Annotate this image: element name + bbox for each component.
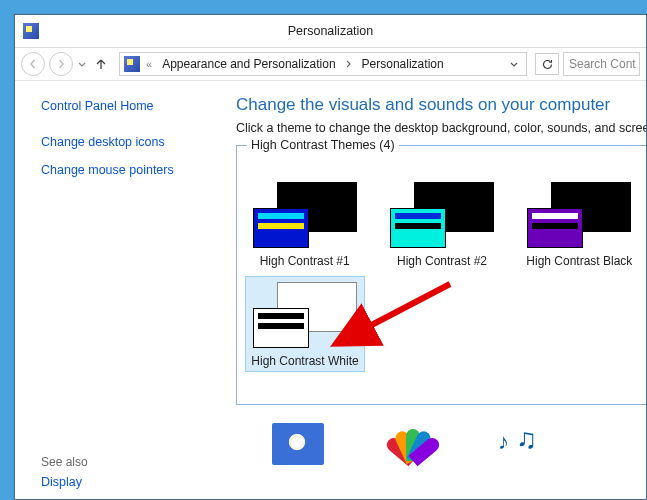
- chevron-right-icon: [344, 58, 354, 70]
- sounds-icon[interactable]: ♪ ♫: [496, 423, 548, 465]
- sidebar-link-display[interactable]: Display: [41, 475, 206, 489]
- page-subtitle: Click a theme to change the desktop back…: [236, 121, 646, 135]
- breadcrumb-appearance[interactable]: Appearance and Personalization: [158, 55, 339, 73]
- arrow-right-icon: [56, 59, 66, 69]
- high-contrast-themes-group: High Contrast Themes (4) High Contrast #…: [236, 145, 646, 405]
- arrow-left-icon: [28, 59, 38, 69]
- theme-high-contrast-white[interactable]: High Contrast White: [245, 276, 365, 372]
- theme-label: High Contrast Black: [526, 254, 632, 268]
- navigation-toolbar: « Appearance and Personalization Persona…: [15, 48, 646, 81]
- sidebar: Control Panel Home Change desktop icons …: [15, 81, 220, 499]
- sidebar-home-link[interactable]: Control Panel Home: [41, 99, 206, 113]
- theme-thumbnail: [390, 182, 494, 248]
- group-label: High Contrast Themes (4): [247, 138, 399, 152]
- theme-label: High Contrast White: [251, 354, 358, 368]
- desktop-background-icon[interactable]: [272, 423, 324, 465]
- theme-thumbnail: [253, 182, 357, 248]
- search-placeholder: Search Cont: [569, 57, 636, 71]
- address-bar[interactable]: « Appearance and Personalization Persona…: [119, 52, 527, 76]
- theme-thumbnail: [527, 182, 631, 248]
- theme-row-2: High Contrast White: [245, 276, 639, 372]
- control-panel-icon: [124, 56, 140, 72]
- theme-high-contrast-1[interactable]: High Contrast #1: [245, 176, 364, 272]
- sidebar-see-also-heading: See also: [41, 455, 206, 469]
- refresh-icon: [541, 58, 554, 71]
- address-dropdown[interactable]: [506, 59, 522, 70]
- window-title: Personalization: [288, 24, 373, 38]
- color-icon[interactable]: [384, 423, 436, 465]
- search-input[interactable]: Search Cont: [563, 52, 640, 76]
- forward-button[interactable]: [49, 52, 73, 76]
- theme-thumbnail: [253, 282, 357, 348]
- theme-high-contrast-2[interactable]: High Contrast #2: [382, 176, 501, 272]
- up-button[interactable]: [91, 54, 111, 74]
- back-button[interactable]: [21, 52, 45, 76]
- sidebar-link-mouse-pointers[interactable]: Change mouse pointers: [41, 163, 206, 177]
- theme-high-contrast-black[interactable]: High Contrast Black: [520, 176, 639, 272]
- personalization-app-icon: [23, 23, 39, 39]
- recent-locations-dropdown[interactable]: [77, 59, 87, 70]
- page-title: Change the visuals and sounds on your co…: [236, 95, 646, 115]
- chevron-down-icon: [78, 62, 86, 68]
- theme-label: High Contrast #1: [260, 254, 350, 268]
- chevron-down-icon: [510, 62, 518, 68]
- content-pane: Change the visuals and sounds on your co…: [220, 81, 646, 499]
- breadcrumb-personalization[interactable]: Personalization: [358, 55, 448, 73]
- body-area: Control Panel Home Change desktop icons …: [15, 81, 646, 499]
- personalization-window: Personalization « Appearance and Persona…: [14, 14, 647, 500]
- breadcrumb-root-sep: «: [144, 58, 154, 70]
- sidebar-link-desktop-icons[interactable]: Change desktop icons: [41, 135, 206, 149]
- titlebar: Personalization: [15, 15, 646, 48]
- bottom-icon-row: ♪ ♫: [236, 423, 646, 465]
- theme-row-1: High Contrast #1 High Contrast #2: [245, 176, 639, 272]
- arrow-up-icon: [95, 58, 107, 70]
- theme-label: High Contrast #2: [397, 254, 487, 268]
- refresh-button[interactable]: [535, 53, 559, 75]
